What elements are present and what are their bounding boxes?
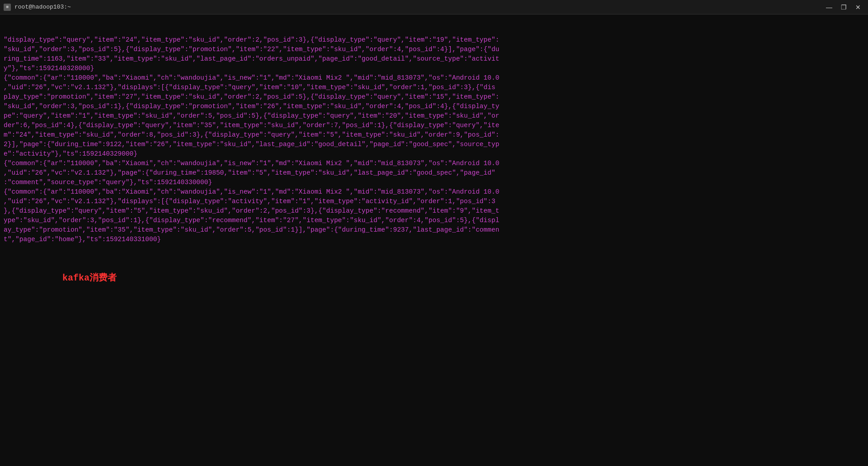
terminal-line: {"common":{"ar":"110000","ba":"Xiaomi","…: [4, 73, 864, 83]
maximize-button[interactable]: ❐: [837, 2, 850, 12]
terminal-line: ,"uid":"26","vc":"v2.1.132"},"displays":…: [4, 83, 864, 92]
terminal-lines: "display_type":"query","item":"24","item…: [4, 35, 864, 244]
terminal-line: {"common":{"ar":"110000","ba":"Xiaomi","…: [4, 159, 864, 168]
title-bar: ■ root@hadoop103:~ — ❐ ✕: [0, 0, 868, 14]
terminal-line: t","page_id":"home"},"ts":1592140331000}: [4, 235, 864, 244]
terminal-line: },{"display_type":"query","item":"5","it…: [4, 206, 864, 216]
terminal-line: :"comment","source_type":"query"},"ts":1…: [4, 178, 864, 187]
terminal-icon: ■: [4, 4, 11, 11]
terminal-line: ,"uid":"26","vc":"v2.1.132"},"page":{"du…: [4, 168, 864, 178]
terminal-line: y"},"ts":1592140328000}: [4, 64, 864, 73]
terminal-line: pe":"query","item":"1","item_type":"sku_…: [4, 111, 864, 121]
terminal-line: "sku_id","order":3,"pos_id":5},{"display…: [4, 45, 864, 54]
terminal-line: "sku_id","order":3,"pos_id":1},{"display…: [4, 102, 864, 111]
terminal-line: m":"24","item_type":"sku_id","order":8,"…: [4, 130, 864, 140]
terminal-line: {"common":{"ar":"110000","ba":"Xiaomi","…: [4, 187, 864, 197]
terminal-line: der":6,"pos_id":4},{"display_type":"quer…: [4, 121, 864, 130]
terminal-line: ay_type":"promotion","item":"35","item_t…: [4, 225, 864, 235]
terminal-line: ,"uid":"26","vc":"v2.1.132"},"displays":…: [4, 197, 864, 206]
terminal-output: "display_type":"query","item":"24","item…: [0, 14, 868, 466]
title-bar-title: root@hadoop103:~: [14, 4, 71, 10]
terminal-line: ring_time":1163,"item":"33","item_type":…: [4, 54, 864, 64]
kafka-label: kafka消费者: [4, 271, 864, 285]
terminal-line: 2}],"page":{"during_time":9122,"item":"2…: [4, 140, 864, 149]
title-bar-controls: — ❐ ✕: [823, 2, 864, 12]
minimize-button[interactable]: —: [823, 2, 835, 12]
terminal-line: ype":"sku_id","order":3,"pos_id":1},{"di…: [4, 216, 864, 225]
terminal-line: "display_type":"query","item":"24","item…: [4, 35, 864, 45]
close-button[interactable]: ✕: [852, 2, 864, 12]
terminal-line: e":"activity"},"ts":1592140329000}: [4, 149, 864, 159]
terminal-line: play_type":"promotion","item":"27","item…: [4, 92, 864, 102]
title-bar-left: ■ root@hadoop103:~: [4, 4, 71, 11]
